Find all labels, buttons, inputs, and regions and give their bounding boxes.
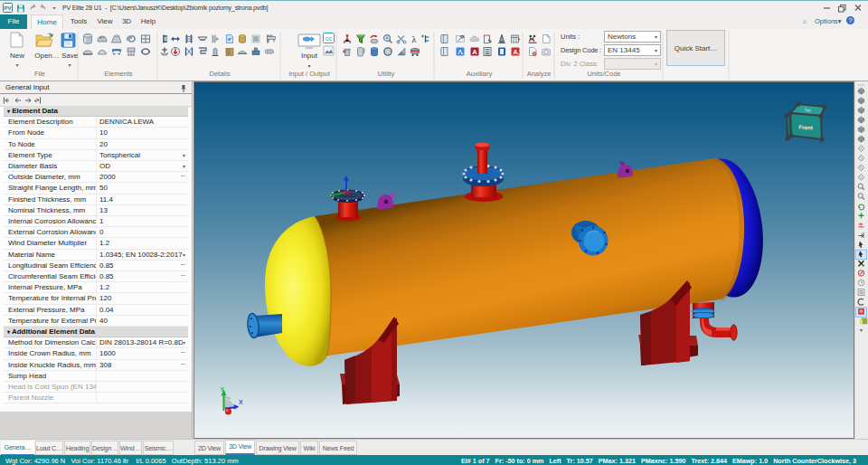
svg-text:Top: Top bbox=[804, 108, 811, 113]
svg-text:X: X bbox=[239, 399, 243, 405]
svg-text:Y: Y bbox=[221, 386, 225, 393]
svg-text:PV: PV bbox=[4, 5, 11, 11]
svg-text:Front: Front bbox=[798, 125, 813, 131]
